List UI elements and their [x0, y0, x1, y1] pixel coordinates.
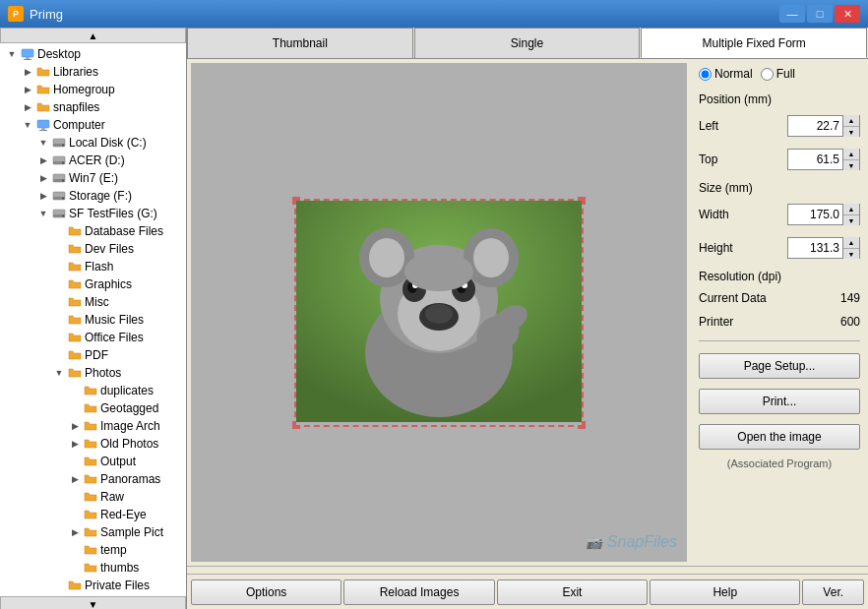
tree-item[interactable]: ▶Sample Pict: [0, 523, 186, 541]
tree-expand-icon[interactable]: [67, 489, 83, 505]
tree-item[interactable]: Private Files: [0, 577, 186, 594]
tree-expand-icon[interactable]: ▶: [20, 82, 35, 97]
ver-button[interactable]: Ver.: [802, 579, 864, 605]
tree-item[interactable]: Graphics: [0, 275, 186, 293]
width-spin-down[interactable]: ▼: [843, 214, 859, 225]
help-button[interactable]: Help: [650, 579, 800, 605]
width-spin-up[interactable]: ▲: [843, 204, 859, 214]
tree-item[interactable]: Misc: [0, 293, 186, 311]
tree-item[interactable]: Flash: [0, 258, 186, 275]
tree-item-label: ACER (D:): [67, 153, 125, 167]
tree-item[interactable]: ▶snapfiles: [0, 98, 186, 116]
tree-expand-icon[interactable]: [51, 294, 67, 310]
tree-item[interactable]: Geotagged: [0, 399, 186, 417]
tab-single[interactable]: Single: [414, 28, 641, 58]
tree-item[interactable]: ▶Homegroup: [0, 81, 186, 98]
tree-item[interactable]: duplicates: [0, 382, 186, 399]
tree-expand-icon[interactable]: [51, 259, 67, 274]
tree-expand-icon[interactable]: ▶: [67, 524, 83, 540]
tree-item[interactable]: ▶Image Arch: [0, 417, 186, 435]
tree-expand-icon[interactable]: [67, 454, 83, 469]
top-spin-down[interactable]: ▼: [843, 159, 859, 170]
maximize-button[interactable]: □: [807, 5, 833, 23]
tree-item[interactable]: thumbs: [0, 559, 186, 577]
tree-item[interactable]: ▶Storage (F:): [0, 187, 186, 205]
print-button[interactable]: Print...: [699, 389, 860, 414]
tree-expand-icon[interactable]: [51, 276, 67, 292]
tree-expand-icon[interactable]: ▶: [20, 64, 35, 80]
tree-item[interactable]: Output: [0, 453, 186, 470]
minimize-button[interactable]: —: [779, 5, 805, 23]
exit-button[interactable]: Exit: [497, 579, 648, 605]
tree-item[interactable]: ▶Libraries: [0, 63, 186, 81]
tree-expand-icon[interactable]: ▼: [51, 365, 67, 381]
page-setup-button[interactable]: Page Setup...: [699, 353, 860, 379]
tree-item[interactable]: ▼Computer: [0, 116, 186, 134]
width-input[interactable]: [788, 208, 842, 221]
tree-expand-icon[interactable]: [51, 330, 67, 345]
radio-normal-label[interactable]: Normal: [699, 67, 753, 81]
tree-expand-icon[interactable]: [67, 507, 83, 522]
tree-item[interactable]: Office Files: [0, 329, 186, 346]
tree-item[interactable]: ▶Panoramas: [0, 470, 186, 488]
tab-multiple-fixed-form[interactable]: Multiple Fixed Form: [641, 28, 867, 58]
tree-expand-icon[interactable]: ▼: [20, 117, 35, 133]
height-spin-down[interactable]: ▼: [843, 248, 859, 259]
tree-expand-icon[interactable]: [51, 347, 67, 363]
tree-item[interactable]: ▼Local Disk (C:): [0, 134, 186, 152]
tree-expand-icon[interactable]: [51, 312, 67, 328]
left-spinbox[interactable]: ▲ ▼: [787, 115, 860, 137]
tree-expand-icon[interactable]: ▼: [35, 135, 51, 151]
tree-expand-icon[interactable]: [51, 578, 67, 593]
tree-expand-icon[interactable]: [51, 223, 67, 239]
tree-expand-icon[interactable]: [67, 383, 83, 398]
tree-expand-icon[interactable]: ▼: [4, 46, 20, 62]
tree-item[interactable]: Red-Eye: [0, 506, 186, 523]
tree-expand-icon[interactable]: ▶: [35, 188, 51, 204]
tree-expand-icon[interactable]: [67, 560, 83, 576]
height-spinbox[interactable]: ▲ ▼: [787, 237, 860, 259]
open-image-button[interactable]: Open the image: [699, 424, 860, 450]
left-spin-down[interactable]: ▼: [843, 126, 859, 137]
radio-normal[interactable]: [699, 68, 712, 81]
tree-item[interactable]: temp: [0, 541, 186, 559]
top-spin-up[interactable]: ▲: [843, 149, 859, 159]
height-input[interactable]: [788, 241, 842, 255]
tree-expand-icon[interactable]: ▶: [35, 152, 51, 168]
tree-expand-icon[interactable]: [51, 241, 67, 257]
top-spinbox[interactable]: ▲ ▼: [787, 149, 860, 170]
tree-expand-icon[interactable]: ▶: [67, 471, 83, 487]
tree-scroll-down[interactable]: ▼: [0, 596, 186, 609]
tree-expand-icon[interactable]: ▶: [67, 436, 83, 452]
radio-full[interactable]: [761, 68, 774, 81]
radio-full-label[interactable]: Full: [761, 67, 795, 81]
tree-item[interactable]: PDF: [0, 346, 186, 364]
left-spin-up[interactable]: ▲: [843, 115, 859, 126]
tree-expand-icon[interactable]: [67, 400, 83, 416]
tree-item[interactable]: Music Files: [0, 311, 186, 329]
tree-item[interactable]: ▼Desktop: [0, 45, 186, 63]
tree-item[interactable]: Database Files: [0, 222, 186, 240]
tree-expand-icon[interactable]: ▶: [20, 99, 35, 115]
tab-thumbnail[interactable]: Thumbnail: [187, 28, 413, 58]
tree-scroll-up[interactable]: ▲: [0, 28, 186, 43]
height-spin-up[interactable]: ▲: [843, 237, 859, 248]
close-button[interactable]: ✕: [835, 5, 860, 23]
tree-folder-icon: [83, 560, 98, 576]
tree-item[interactable]: Raw: [0, 488, 186, 506]
tree-expand-icon[interactable]: ▶: [67, 418, 83, 434]
tree-item[interactable]: ▼Photos: [0, 364, 186, 382]
tree-item[interactable]: ▶Win7 (E:): [0, 169, 186, 187]
tree-expand-icon[interactable]: ▶: [35, 170, 51, 186]
tree-item[interactable]: ▶ACER (D:): [0, 152, 186, 169]
reload-images-button[interactable]: Reload Images: [343, 579, 494, 605]
top-input[interactable]: [788, 152, 842, 166]
options-button[interactable]: Options: [191, 579, 341, 605]
tree-item[interactable]: ▶Old Photos: [0, 435, 186, 453]
width-spinbox[interactable]: ▲ ▼: [787, 204, 860, 225]
tree-item[interactable]: Dev Files: [0, 240, 186, 258]
tree-expand-icon[interactable]: ▼: [35, 206, 51, 221]
tree-item[interactable]: ▼SF TestFiles (G:): [0, 205, 186, 222]
tree-expand-icon[interactable]: [67, 542, 83, 558]
left-input[interactable]: [788, 119, 842, 133]
